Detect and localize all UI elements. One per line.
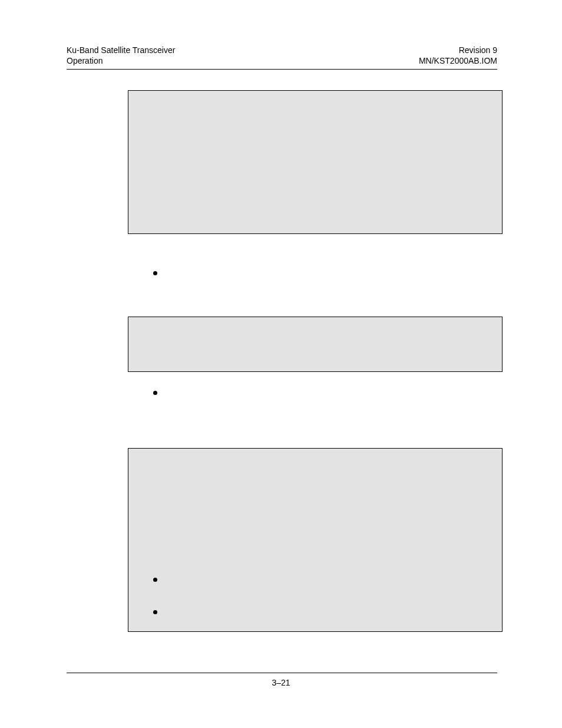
footer-rule	[67, 673, 497, 673]
header-right: Revision 9 MN/KST2000AB.IOM	[419, 45, 497, 66]
callout-box-2	[128, 317, 503, 372]
header-left: Ku-Band Satellite Transceiver Operation	[67, 45, 175, 66]
bullet-icon	[153, 271, 157, 275]
header-left-line1: Ku-Band Satellite Transceiver	[67, 45, 175, 55]
bullet-icon	[153, 391, 157, 395]
bullet-icon	[153, 578, 157, 582]
header-right-line2: MN/KST2000AB.IOM	[419, 56, 497, 65]
bullet-icon	[153, 610, 157, 614]
callout-box-1	[128, 90, 503, 234]
page-header: Ku-Band Satellite Transceiver Operation …	[67, 45, 497, 66]
header-rule	[67, 69, 497, 70]
header-right-line1: Revision 9	[459, 45, 497, 55]
page-number: 3–21	[0, 678, 562, 687]
header-left-line2: Operation	[67, 56, 103, 65]
page: Ku-Band Satellite Transceiver Operation …	[0, 0, 562, 728]
callout-box-3	[128, 448, 503, 632]
